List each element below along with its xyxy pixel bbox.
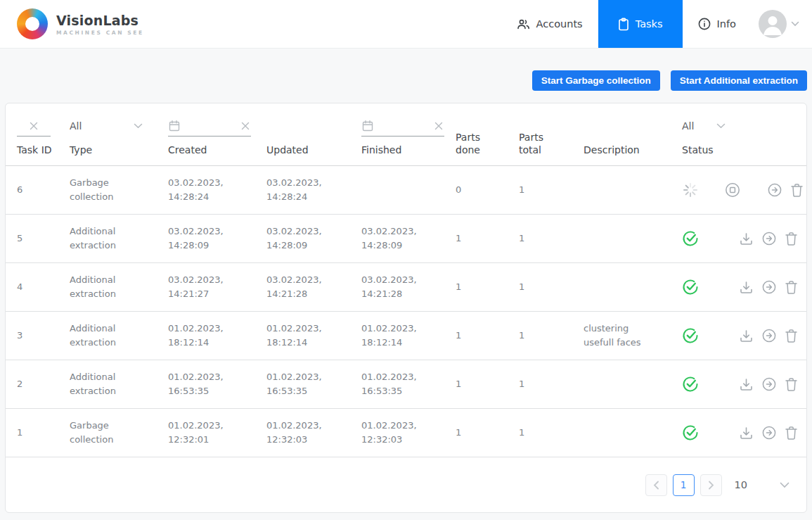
chevron-down-icon	[780, 482, 790, 488]
download-result-icon	[739, 329, 754, 343]
parts-done-cell: 1	[456, 232, 519, 246]
parts-done-cell: 1	[456, 426, 519, 440]
type-cell: Additional extraction	[70, 273, 168, 301]
finished-date-filter[interactable]	[361, 116, 444, 137]
delete-button[interactable]	[790, 183, 804, 198]
download-button[interactable]	[739, 377, 754, 392]
nav-label: Info	[717, 18, 736, 30]
previous-page-button[interactable]	[645, 474, 667, 496]
open-task-icon	[761, 231, 777, 246]
table-footer: 1 10	[6, 457, 806, 512]
trash-icon	[790, 183, 804, 198]
user-menu[interactable]	[752, 10, 812, 38]
open-button[interactable]	[761, 279, 777, 295]
parts-total-cell: 1	[519, 426, 584, 440]
parts-total-cell: 1	[519, 183, 584, 197]
clipboard-icon	[618, 18, 629, 31]
column-finished: Finished	[361, 103, 456, 165]
open-task-icon	[761, 425, 777, 440]
nav-item-accounts[interactable]: Accounts	[501, 0, 598, 48]
column-description: Description	[584, 103, 682, 165]
column-updated: Updated	[266, 103, 361, 165]
delete-button[interactable]	[785, 426, 798, 440]
finished-cell: 01.02.2023, 18:12:14	[361, 322, 456, 350]
page-size-select[interactable]	[780, 482, 790, 488]
download-result-icon	[739, 426, 754, 440]
brand-name: VisionLabs	[56, 13, 144, 28]
start-additional-extraction-button[interactable]: Start Additional extraction	[671, 70, 807, 91]
nav-item-info[interactable]: Info	[683, 0, 752, 48]
clear-icon[interactable]	[28, 120, 39, 132]
clear-icon[interactable]	[240, 120, 251, 132]
open-button[interactable]	[761, 231, 777, 246]
chevron-down-icon	[134, 123, 143, 129]
chevron-down-icon	[716, 123, 726, 129]
calendar-icon[interactable]	[168, 120, 181, 132]
download-button[interactable]	[739, 280, 754, 295]
delete-button[interactable]	[785, 280, 798, 295]
row-actions	[724, 279, 806, 295]
finished-cell: 01.02.2023, 16:53:35	[361, 370, 456, 398]
column-type: All Type	[70, 103, 168, 165]
type-cell: Additional extraction	[70, 322, 168, 350]
nav-label: Accounts	[536, 18, 583, 30]
trash-icon	[785, 280, 798, 295]
open-button[interactable]	[767, 182, 782, 198]
task-id-cell: 2	[17, 377, 70, 391]
stop-button[interactable]	[724, 182, 741, 198]
column-created: Created	[168, 103, 266, 165]
parts-total-cell: 1	[519, 329, 584, 343]
download-button[interactable]	[739, 426, 754, 440]
open-button[interactable]	[761, 328, 777, 343]
updated-cell: 03.02.2023, 14:21:28	[266, 273, 361, 301]
trash-icon	[785, 329, 798, 343]
table-row: 5Additional extraction03.02.2023, 14:28:…	[6, 215, 806, 263]
delete-button[interactable]	[785, 232, 798, 246]
type-cell: Additional extraction	[70, 370, 168, 398]
open-task-icon	[767, 182, 782, 198]
finished-cell: 01.02.2023, 12:32:03	[361, 419, 456, 447]
clear-icon[interactable]	[433, 120, 444, 132]
download-button[interactable]	[739, 232, 754, 246]
calendar-icon[interactable]	[361, 120, 374, 132]
column-task-id: Task ID	[17, 103, 70, 165]
updated-cell: 01.02.2023, 16:53:35	[266, 370, 361, 398]
status-cell	[682, 327, 724, 344]
stop-task-icon	[724, 182, 741, 198]
delete-button[interactable]	[785, 377, 798, 392]
start-garbage-collection-button[interactable]: Start Garbage collection	[532, 70, 660, 91]
delete-button[interactable]	[785, 329, 798, 343]
task-id-filter[interactable]	[17, 116, 51, 137]
task-id-cell: 3	[17, 329, 70, 343]
download-result-icon	[739, 232, 754, 246]
task-actions-toolbar: Start Garbage collection Start Additiona…	[5, 70, 807, 91]
nav-item-tasks[interactable]: Tasks	[598, 0, 683, 48]
open-button[interactable]	[761, 376, 777, 392]
column-status: All Status	[682, 103, 806, 165]
finished-cell: 03.02.2023, 14:21:28	[361, 273, 456, 301]
topbar: VisionLabs MACHINES CAN SEE Accounts Tas…	[0, 0, 812, 49]
created-cell: 01.02.2023, 12:32:01	[168, 419, 266, 447]
row-actions	[724, 425, 806, 440]
tasks-table-card: Task ID All Type Cr	[5, 103, 807, 513]
table-body: 6Garbage collection03.02.2023, 14:28:240…	[6, 166, 806, 457]
type-cell: Garbage collection	[70, 419, 168, 447]
next-page-button[interactable]	[700, 474, 722, 496]
status-cell	[682, 182, 724, 198]
open-button[interactable]	[761, 425, 777, 440]
trash-icon	[785, 377, 798, 392]
parts-total-cell: 1	[519, 232, 584, 246]
row-actions	[724, 328, 806, 343]
open-task-icon	[761, 279, 777, 295]
task-id-cell: 6	[17, 183, 70, 197]
status-filter-select[interactable]: All	[682, 116, 806, 137]
created-date-filter[interactable]	[168, 116, 251, 137]
download-button[interactable]	[739, 329, 754, 343]
trash-icon	[785, 426, 798, 440]
nav-label: Tasks	[636, 18, 663, 30]
page-number-button[interactable]: 1	[673, 474, 695, 496]
finished-cell: 03.02.2023, 14:28:09	[361, 224, 456, 253]
status-cell	[682, 424, 724, 441]
download-result-icon	[739, 280, 754, 295]
type-filter-select[interactable]: All	[70, 116, 151, 137]
